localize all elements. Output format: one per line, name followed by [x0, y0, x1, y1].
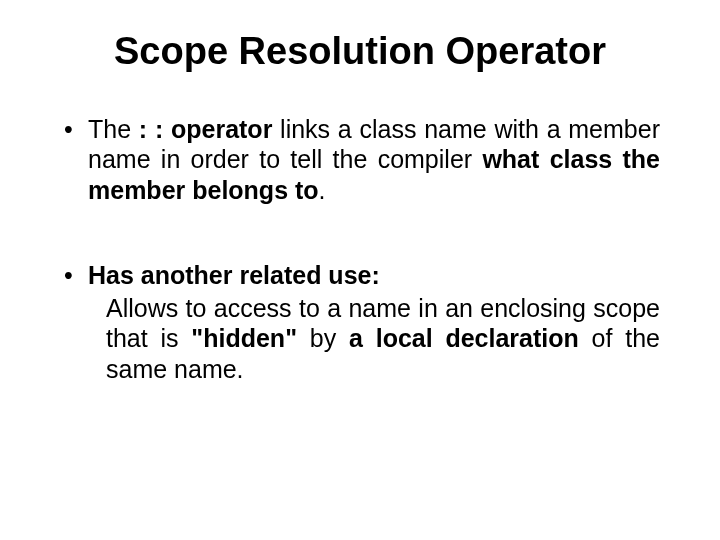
bullet-list: The : : operator links a class name with… — [60, 114, 660, 385]
sub-text: Allows to access to a name in an enclosi… — [88, 293, 660, 385]
slide-title: Scope Resolution Operator — [60, 30, 660, 74]
text: . — [319, 176, 326, 204]
text-bold: "hidden" — [191, 324, 297, 352]
bullet-item-1: The : : operator links a class name with… — [60, 114, 660, 206]
text: by — [297, 324, 349, 352]
text: The — [88, 115, 139, 143]
text-bold: : : operator — [139, 115, 273, 143]
text-bold: a local declaration — [349, 324, 579, 352]
slide: Scope Resolution Operator The : : operat… — [0, 0, 720, 540]
bullet-item-2: Has another related use: Allows to acces… — [60, 260, 660, 384]
text-bold: Has another related use: — [88, 261, 380, 289]
